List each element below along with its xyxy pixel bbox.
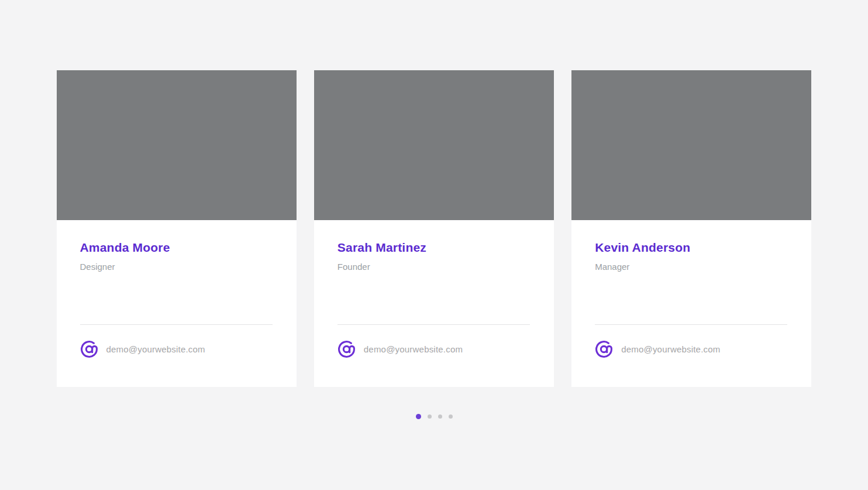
profile-image-placeholder: [571, 70, 811, 220]
at-sign-icon: [595, 340, 613, 358]
member-email[interactable]: demo@yourwebsite.com: [106, 344, 205, 354]
card-body: Amanda Moore Designer demo@yourwebsite.c…: [57, 220, 297, 387]
pagination-dot-1[interactable]: [416, 414, 421, 419]
email-link[interactable]: demo@yourwebsite.com: [80, 340, 273, 358]
card-divider: [337, 324, 530, 325]
email-link[interactable]: demo@yourwebsite.com: [595, 340, 787, 358]
member-email[interactable]: demo@yourwebsite.com: [364, 344, 463, 354]
member-role: Founder: [337, 262, 530, 272]
card-body: Sarah Martinez Founder demo@yourwebsite.…: [314, 220, 554, 387]
team-cards-row: Amanda Moore Designer demo@yourwebsite.c…: [57, 70, 812, 387]
card-body: Kevin Anderson Manager demo@yourwebsite.…: [571, 220, 811, 387]
member-name: Kevin Anderson: [595, 240, 787, 255]
member-name: Amanda Moore: [80, 240, 273, 255]
team-card: Kevin Anderson Manager demo@yourwebsite.…: [571, 70, 811, 387]
pagination-dots: [57, 414, 812, 419]
team-card: Sarah Martinez Founder demo@yourwebsite.…: [314, 70, 554, 387]
profile-image-placeholder: [57, 70, 297, 220]
member-email[interactable]: demo@yourwebsite.com: [621, 344, 720, 354]
pagination-dot-2[interactable]: [428, 414, 432, 419]
at-sign-icon: [337, 340, 356, 358]
member-role: Designer: [80, 262, 273, 272]
profile-image-placeholder: [314, 70, 554, 220]
pagination-dot-4[interactable]: [449, 414, 453, 419]
team-section: Amanda Moore Designer demo@yourwebsite.c…: [57, 0, 812, 419]
card-divider: [80, 324, 273, 325]
email-link[interactable]: demo@yourwebsite.com: [337, 340, 530, 358]
member-role: Manager: [595, 262, 787, 272]
member-name: Sarah Martinez: [337, 240, 530, 255]
team-card: Amanda Moore Designer demo@yourwebsite.c…: [57, 70, 297, 387]
pagination-dot-3[interactable]: [438, 414, 442, 419]
at-sign-icon: [80, 340, 98, 358]
card-divider: [595, 324, 787, 325]
